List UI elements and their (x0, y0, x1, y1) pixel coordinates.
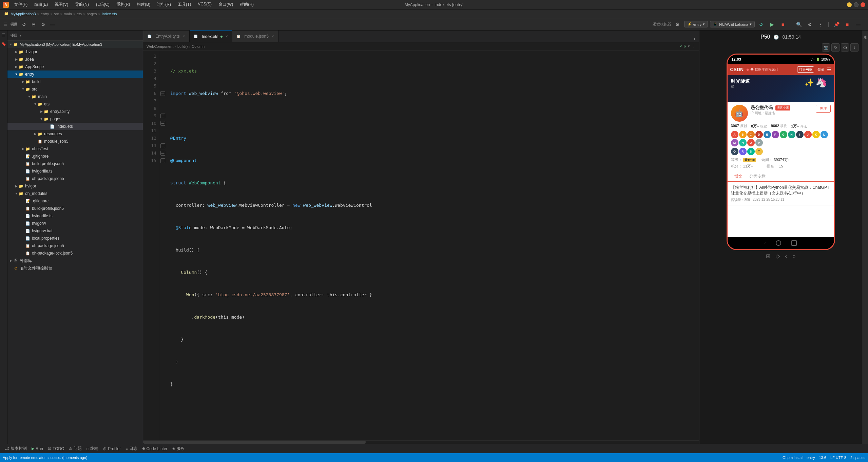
em-circle-icon[interactable]: ○ (792, 253, 796, 259)
phone-back-btn[interactable]: ‹ (765, 241, 766, 245)
editor-scrollbar[interactable] (143, 440, 699, 444)
tree-index-ets[interactable]: ▶ 📄 Index.ets (7, 123, 143, 130)
menu-help[interactable]: 帮助(H) (237, 1, 256, 8)
tree-hvigor2[interactable]: ▶ 📁 hvigor (7, 182, 143, 190)
csdn-menu-icon[interactable]: ☰ (827, 67, 831, 72)
em-power-btn[interactable]: ⏻ (841, 43, 849, 52)
refresh-btn[interactable]: ↺ (757, 20, 766, 29)
tree-hvigorw-bat[interactable]: ▶ 📄 hvigorw.bat (7, 227, 143, 235)
csdn-login[interactable]: 登录 (817, 67, 824, 72)
phone-home-btn[interactable] (776, 240, 781, 246)
tree-ohostest[interactable]: ▶ 📁 ohosTest (7, 145, 143, 153)
code-editor[interactable]: 12345 678910 1112131415 — — — (143, 51, 699, 440)
tree-ets[interactable]: ▼ 📁 ets (7, 100, 143, 108)
profile-tab-blog[interactable]: 博文 (731, 172, 746, 182)
tree-external[interactable]: ▶ 🗄 外部库 (7, 257, 143, 264)
breadcrumb-main[interactable]: main (64, 12, 72, 16)
tree-build[interactable]: ▶ 📁 build (7, 78, 143, 85)
maximize-button[interactable] (854, 2, 859, 7)
activity-project[interactable]: ☰ (1, 32, 7, 38)
profile-tab-category[interactable]: 分类专栏 (746, 172, 769, 181)
fold-marker-6[interactable]: — (160, 91, 165, 96)
tree-oh-package[interactable]: ▶ 📋 oh-package.json5 (7, 175, 143, 182)
tab-module-json[interactable]: 📋 module.json5 ✕ (232, 31, 278, 42)
em-diamond-icon[interactable]: ◇ (776, 253, 780, 259)
tree-scratch[interactable]: ▶ ⊙ 临时文件和控制台 (7, 264, 143, 272)
scrollbar-thumb[interactable] (143, 441, 366, 444)
hide-btn[interactable]: — (48, 20, 57, 29)
breadcrumb-ets[interactable]: ets (77, 12, 82, 16)
tree-hvigorw[interactable]: ▶ 📄 hvigorw (7, 220, 143, 227)
tree-entry[interactable]: ▼ 📁 entry (7, 71, 143, 78)
fold-marker-15[interactable]: — (160, 158, 165, 163)
em-more-btn[interactable]: ⋮ (850, 43, 859, 52)
tree-resources[interactable]: ▶ 📁 resources (7, 130, 143, 138)
tree-hvigorfile[interactable]: ▶ 📄 hvigorfile.ts (7, 167, 143, 175)
fold-marker-14[interactable]: — (160, 151, 165, 156)
menu-code[interactable]: 代码(C) (93, 1, 112, 8)
tree-pages[interactable]: ▼ 📁 pages (7, 115, 143, 123)
menu-vcs[interactable]: VCS(S) (195, 1, 214, 8)
btm-logs[interactable]: ≡ 日志 (123, 445, 139, 452)
tree-root[interactable]: ▼ 📁 MyApplication3 [MyApplication] E:\My… (7, 41, 143, 48)
code-content[interactable]: // xxx.ets import web_webview from '@oho… (167, 51, 699, 440)
stop-btn[interactable]: ■ (778, 20, 787, 29)
btm-profiler[interactable]: ◎ Profiler (101, 446, 123, 452)
tree-oh-build[interactable]: ▶ 📋 build-profile.json5 (7, 205, 143, 212)
more-top-btn[interactable]: ⋮ (816, 20, 825, 29)
sync-btn[interactable]: ↺ (20, 20, 28, 29)
pin-btn[interactable]: 📌 (832, 20, 841, 29)
tree-appscope[interactable]: ▶ 📁 AppScope (7, 63, 143, 71)
tree-local-props[interactable]: ▶ 📄 local.properties (7, 235, 143, 242)
fold-marker-13[interactable]: — (160, 143, 165, 148)
breadcrumb-entry[interactable]: entry (41, 12, 49, 16)
btm-code-linter[interactable]: ⊕ Code Linter (140, 446, 170, 452)
settings-top-btn[interactable]: ⚙ (805, 20, 814, 29)
tree-gitignore[interactable]: ▶ 📝 .gitignore (7, 153, 143, 160)
menu-edit[interactable]: 编辑(E) (32, 1, 51, 8)
btm-todo[interactable]: ☑ TODO (46, 446, 66, 452)
editor-bc-column[interactable]: Column (192, 44, 205, 48)
btm-problems[interactable]: ⚠ 问题 (67, 445, 84, 452)
btm-terminal[interactable]: □ 终端 (84, 445, 100, 452)
collapse-btn[interactable]: ⊟ (29, 20, 38, 29)
tree-main[interactable]: ▼ 📁 main (7, 93, 143, 100)
menu-navigate[interactable]: 导航(N) (72, 1, 92, 8)
menu-tools[interactable]: 工具(T) (175, 1, 194, 8)
dash-btn[interactable]: — (854, 20, 863, 29)
em-chevron-left-icon[interactable]: ‹ (785, 253, 787, 259)
phone-content[interactable]: CSDN ◆ ◆ 数据库课程设计 打开App 登录 ☰ 时光隧道 星 (728, 64, 834, 237)
tree-idea[interactable]: ▶ 📁 .idea (7, 56, 143, 63)
btm-vcs[interactable]: ⎇ 版本控制 (3, 445, 29, 452)
project-icon[interactable]: ☰ (3, 22, 8, 27)
settings-btn[interactable]: ⚙ (39, 20, 47, 29)
close-button[interactable] (861, 2, 865, 7)
em-rotate-btn[interactable]: ↻ (831, 43, 840, 52)
fold-marker-10[interactable]: — (160, 121, 165, 126)
build-run-btn[interactable]: ▶ (768, 20, 776, 29)
menu-build[interactable]: 构建(B) (134, 1, 153, 8)
fold-marker-9[interactable]: — (160, 114, 165, 118)
search-top-btn[interactable]: 🔍 (794, 20, 803, 29)
menu-view[interactable]: 视图(V) (52, 1, 71, 8)
tab-module-close[interactable]: ✕ (271, 34, 275, 39)
tree-oh-pkg-lock[interactable]: ▶ 📋 oh-package-lock.json5 (7, 249, 143, 257)
editor-bc-webcomponent[interactable]: WebComponent (147, 44, 173, 48)
btm-run[interactable]: ▶ Run (30, 446, 45, 452)
menu-window[interactable]: 窗口(W) (216, 1, 236, 8)
tree-oh-gitignore[interactable]: ▶ 📝 .gitignore (7, 197, 143, 205)
menu-refactor[interactable]: 重构(R) (114, 1, 133, 8)
minimize-button[interactable] (847, 2, 852, 7)
tab-index-close[interactable]: ✕ (225, 34, 229, 39)
editor-bc-build[interactable]: build() (177, 44, 188, 48)
device-settings-btn[interactable]: ⚙ (673, 20, 682, 29)
breadcrumb-file[interactable]: Index.ets (102, 12, 117, 16)
tree-entryability[interactable]: ▶ 📁 entryability (7, 108, 143, 115)
breadcrumb-app[interactable]: MyApplication3 (11, 12, 36, 16)
tree-oh-pkg[interactable]: ▶ 📋 oh-package.json5 (7, 242, 143, 249)
btm-services[interactable]: ◈ 服务 (170, 445, 187, 452)
em-screenshot-btn[interactable]: 📷 (822, 43, 830, 52)
activity-bookmarks[interactable]: 🔖 (1, 41, 7, 47)
menu-run[interactable]: 运行(R) (154, 1, 174, 8)
run-config-entry[interactable]: ⚡ entry ▾ (684, 21, 708, 27)
